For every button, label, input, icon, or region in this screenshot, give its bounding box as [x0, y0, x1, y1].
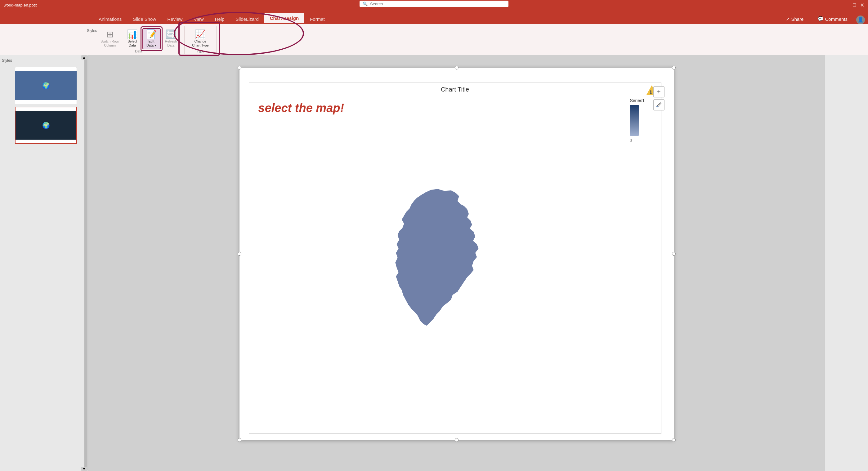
handle-br[interactable]: [672, 438, 676, 442]
slide-2-preview: 🌍: [16, 111, 76, 140]
edit-data-icon: 📝: [146, 30, 157, 39]
slide-scrollbar[interactable]: ▲ ▼: [84, 55, 88, 471]
handle-bc[interactable]: [455, 438, 459, 442]
germany-map-svg: [373, 186, 503, 336]
handle-tc[interactable]: [455, 66, 459, 69]
styles-section-label: Styles: [87, 29, 97, 33]
scroll-down-button[interactable]: ▼: [81, 467, 87, 471]
comments-icon: 💬: [818, 16, 824, 22]
handle-tr[interactable]: [672, 66, 676, 69]
scroll-up-button[interactable]: ▲: [81, 55, 87, 60]
search-bar[interactable]: 🔍: [360, 1, 508, 7]
filename-label: world-map.en.pptx: [4, 3, 37, 7]
ribbon-data-buttons: ⊞ Switch Row/Column 📊 SelectData 📝 EditD…: [97, 26, 180, 49]
legend-series-label: Series1: [630, 98, 645, 103]
add-element-button[interactable]: +: [653, 86, 664, 97]
avatar: 👤: [856, 15, 865, 24]
share-button[interactable]: ↗ Share: [780, 14, 809, 24]
share-icon: ↗: [786, 16, 790, 22]
tab-slideshow[interactable]: Slide Show: [127, 14, 162, 24]
handle-mr[interactable]: [672, 252, 676, 256]
ribbon: Styles ⊞ Switch Row/Column 📊 SelectData …: [0, 24, 868, 55]
chart-title[interactable]: Chart Title: [249, 83, 661, 95]
minimize-icon[interactable]: ─: [845, 2, 848, 8]
paint-brush-icon: [656, 102, 662, 108]
scroll-track: [84, 56, 88, 470]
window-controls[interactable]: ─ □ ✕: [845, 2, 864, 8]
change-chart-type-button[interactable]: 📈 ChangeChart Type: [189, 29, 212, 49]
tab-format[interactable]: Format: [304, 14, 331, 24]
ribbon-group-type: 📈 ChangeChart Type Type: [185, 26, 217, 54]
svg-point-0: [656, 106, 658, 107]
tab-chart-design[interactable]: Chart Design: [264, 13, 304, 24]
main-area: Chart Title select the map! ℹ: [88, 55, 825, 471]
tab-slidelizard[interactable]: SlideLizard: [230, 14, 264, 24]
slide-thumbnails: 1 🌍 2 🌍: [1, 67, 87, 144]
ribbon-group-data: ⊞ Switch Row/Column 📊 SelectData 📝 EditD…: [93, 26, 185, 54]
chart-map-area[interactable]: [249, 95, 627, 427]
tab-view[interactable]: View: [188, 14, 209, 24]
comments-button[interactable]: 💬 Comments: [812, 14, 853, 24]
legend-color-bar: [630, 105, 639, 136]
select-map-text: select the map!: [258, 101, 344, 115]
styles-label: Styles: [2, 58, 12, 63]
slide-2-thumbnail[interactable]: 🌍: [15, 107, 77, 144]
slide-2-container: 2 🌍: [15, 107, 84, 144]
ribbon-type-buttons: 📈 ChangeChart Type: [189, 26, 212, 49]
tab-bar: Animations Slide Show Review View Help S…: [0, 10, 868, 24]
info-icon: ℹ: [650, 90, 651, 95]
ribbon-data-group-label: Data: [135, 49, 142, 54]
change-chart-type-icon: 📈: [195, 30, 206, 39]
search-input[interactable]: [370, 2, 505, 6]
maximize-icon[interactable]: □: [853, 2, 856, 8]
switch-row-col-button[interactable]: ⊞ Switch Row/Column: [97, 29, 123, 49]
right-panel: [825, 55, 868, 471]
chart-legend: Series1 3: [627, 95, 661, 427]
slide-panel: Styles 1 🌍 2 🌍 ▲ ▼: [0, 55, 88, 471]
chart-container: Chart Title select the map! ℹ: [249, 83, 661, 434]
handle-tl[interactable]: [238, 66, 241, 69]
paint-brush-button[interactable]: [653, 99, 664, 111]
tab-help[interactable]: Help: [209, 14, 230, 24]
tab-review[interactable]: Review: [162, 14, 188, 24]
tab-animations[interactable]: Animations: [93, 14, 127, 24]
edit-data-button[interactable]: 📝 EditData ▾: [143, 28, 161, 49]
chart-float-buttons: +: [653, 86, 664, 111]
slide-canvas: Chart Title select the map! ℹ: [240, 68, 674, 440]
ribbon-type-group-label: Type: [197, 49, 204, 54]
handle-ml[interactable]: [238, 252, 241, 256]
title-bar-left: world-map.en.pptx: [4, 3, 37, 7]
close-icon[interactable]: ✕: [860, 2, 864, 8]
slide-1-preview: 🌍: [15, 71, 76, 100]
chart-body: Series1 3: [249, 95, 661, 427]
switch-row-col-icon: ⊞: [106, 30, 114, 39]
slide-1-thumbnail[interactable]: 🌍: [15, 67, 77, 104]
select-data-icon: 📊: [127, 30, 138, 39]
refresh-data-icon: 🔄: [165, 30, 176, 39]
legend-value: 3: [630, 138, 632, 143]
app-body: Styles 1 🌍 2 🌍 ▲ ▼: [0, 55, 868, 471]
handle-bl[interactable]: [238, 438, 241, 442]
slide-1-container: 1 🌍: [15, 67, 84, 104]
select-data-button[interactable]: 📊 SelectData: [124, 29, 141, 49]
search-icon: 🔍: [363, 2, 368, 6]
refresh-data-button[interactable]: 🔄 RefreshData: [162, 29, 180, 49]
title-bar: world-map.en.pptx 🔍 ─ □ ✕: [0, 0, 868, 10]
title-bar-right: ─ □ ✕: [845, 2, 864, 8]
